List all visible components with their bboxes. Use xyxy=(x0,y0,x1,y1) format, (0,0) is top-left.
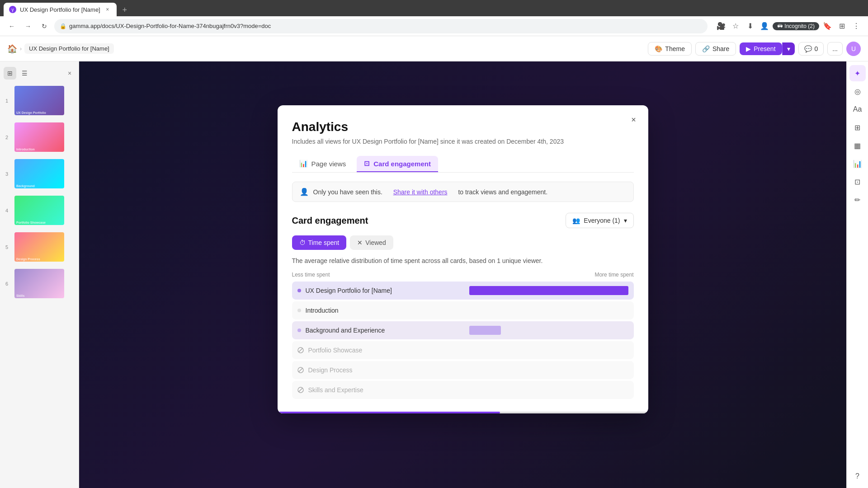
people-icon: 👥 xyxy=(572,217,580,224)
sidebar-close-button[interactable]: × xyxy=(64,68,75,79)
nav-icons: 🎥 ☆ ⬇ 👤 🕶 Incognito (2) 🔖 ⊞ ⋮ xyxy=(715,20,863,33)
engagement-icon: ⊡ xyxy=(364,160,370,168)
tab-bar: γ UX Design Portfolio for [Name] × + xyxy=(0,0,868,16)
card-bar-3 xyxy=(469,326,501,335)
card-name-5: Design Process xyxy=(308,366,628,374)
menu-icon[interactable]: ⋮ xyxy=(850,20,863,33)
modal-tabs: 📊 Page views ⊡ Card engagement xyxy=(292,156,634,173)
table-button[interactable]: ⊡ xyxy=(849,174,866,190)
camera-off-icon[interactable]: 🎥 xyxy=(715,20,727,33)
theme-button[interactable]: 🎨 Theme xyxy=(648,42,692,56)
card-row-1[interactable]: UX Design Portfolio for [Name] xyxy=(292,282,634,300)
bar-chart-icon: 📊 xyxy=(299,160,308,168)
new-tab-button[interactable]: + xyxy=(118,4,131,16)
download-icon[interactable]: ⬇ xyxy=(744,20,756,33)
analytics-modal: × Analytics Includes all views for UX De… xyxy=(278,105,648,413)
slide-item-3[interactable]: 3 Background xyxy=(4,156,75,191)
svg-line-1 xyxy=(299,348,302,352)
extensions-icon[interactable]: ⊞ xyxy=(835,20,848,33)
breadcrumb-current-page[interactable]: UX Design Portfolio for [Name] xyxy=(24,43,114,54)
share-link[interactable]: Share it with others xyxy=(393,188,448,195)
card-list: UX Design Portfolio for [Name] Introduct… xyxy=(292,282,634,399)
subtabs: ⏱ Time spent ✕ Viewed xyxy=(292,235,634,250)
card-bar-container-1 xyxy=(469,286,628,295)
everyone-dropdown[interactable]: 👥 Everyone (1) ▾ xyxy=(566,213,633,228)
incognito-badge: 🕶 Incognito (2) xyxy=(773,22,819,30)
card-dot-3 xyxy=(297,328,301,332)
list-view-button[interactable]: ☰ xyxy=(18,67,31,80)
notice-bar: 👤 Only you have seen this. Share it with… xyxy=(292,182,634,202)
share-button[interactable]: 🔗 Share xyxy=(695,42,736,56)
notice-text: Only you have seen this. xyxy=(313,188,382,195)
chart-button[interactable]: 📊 xyxy=(849,155,866,172)
layout-button[interactable]: ⊞ xyxy=(849,119,866,136)
less-time-label: Less time spent xyxy=(292,272,330,278)
slide-thumbnail-2: Introduction xyxy=(14,122,64,152)
help-button[interactable]: ? xyxy=(849,468,866,484)
card-row-2[interactable]: Introduction xyxy=(292,301,634,319)
sidebar-view-icons: ⊞ ☰ xyxy=(4,67,31,80)
theme-icon: 🎨 xyxy=(655,45,662,52)
slide-thumbnail-6: Skills xyxy=(14,269,64,298)
ai-button[interactable]: ✦ xyxy=(849,65,866,81)
breadcrumb: 🏠 › UX Design Portfolio for [Name] xyxy=(7,43,114,54)
tab-title: UX Design Portfolio for [Name] xyxy=(20,6,100,13)
card-dot-4 xyxy=(297,347,304,353)
modal-close-button[interactable]: × xyxy=(627,113,641,127)
forward-button[interactable]: → xyxy=(22,20,34,33)
slides-sidebar: ⊞ ☰ × 1 UX Design Portfolio 2 Introducti… xyxy=(0,61,79,488)
nav-bar: ← → ↻ 🔒 gamma.app/docs/UX-Design-Portfol… xyxy=(0,16,868,36)
card-name-3: Background and Experience xyxy=(306,327,465,334)
slide-item-6[interactable]: 6 Skills xyxy=(4,266,75,301)
card-bar-container-3 xyxy=(469,326,628,335)
more-button[interactable]: ... xyxy=(827,42,843,56)
card-row-4[interactable]: Portfolio Showcase xyxy=(292,341,634,359)
star-icon[interactable]: ☆ xyxy=(729,20,742,33)
subtab-viewed[interactable]: ✕ Viewed xyxy=(350,235,393,250)
svg-line-5 xyxy=(299,388,302,392)
back-button[interactable]: ← xyxy=(5,20,18,33)
sidebar-header: ⊞ ☰ × xyxy=(4,65,75,83)
slide-item-4[interactable]: 4 Portfolio Showcase xyxy=(4,193,75,228)
tab-card-engagement[interactable]: ⊡ Card engagement xyxy=(357,156,438,172)
slide-item-1[interactable]: 1 UX Design Portfolio xyxy=(4,83,75,118)
breadcrumb-separator: › xyxy=(20,46,22,52)
slide-thumbnail-1: UX Design Portfolio xyxy=(14,86,64,115)
card-row-3[interactable]: Background and Experience xyxy=(292,321,634,339)
home-icon[interactable]: 🏠 xyxy=(7,44,17,54)
profile-icon[interactable]: 👤 xyxy=(758,20,771,33)
eye-icon: ✕ xyxy=(357,239,363,246)
card-dot-2 xyxy=(297,309,301,312)
share-icon: 🔗 xyxy=(702,45,710,52)
tab-close-button[interactable]: × xyxy=(104,6,111,13)
bookmarks-icon[interactable]: 🔖 xyxy=(821,20,834,33)
active-tab[interactable]: γ UX Design Portfolio for [Name] × xyxy=(4,3,117,16)
card-row-6[interactable]: Skills and Expertise xyxy=(292,381,634,399)
toolbar-actions: 🎨 Theme 🔗 Share ▶ Present ▾ 💬 0 ... U xyxy=(648,42,861,56)
media-button[interactable]: ▦ xyxy=(849,137,866,154)
edit-button[interactable]: ✏ xyxy=(849,192,866,208)
card-name-1: UX Design Portfolio for [Name] xyxy=(306,287,465,294)
comment-icon: 💬 xyxy=(804,45,812,52)
time-labels: Less time spent More time spent xyxy=(292,272,634,278)
subtab-time-spent[interactable]: ⏱ Time spent xyxy=(292,235,347,250)
settings-button[interactable]: ◎ xyxy=(849,83,866,99)
slide-item-2[interactable]: 2 Introduction xyxy=(4,120,75,155)
user-avatar[interactable]: U xyxy=(846,42,861,56)
url-text: gamma.app/docs/UX-Design-Portfolio-for-N… xyxy=(69,23,271,29)
card-row-5[interactable]: Design Process xyxy=(292,361,634,379)
address-bar[interactable]: 🔒 gamma.app/docs/UX-Design-Portfolio-for… xyxy=(54,19,708,33)
right-sidebar: ✦ ◎ Aa ⊞ ▦ 📊 ⊡ ✏ ? xyxy=(846,61,868,488)
reload-button[interactable]: ↻ xyxy=(38,20,51,33)
text-button[interactable]: Aa xyxy=(849,101,866,117)
grid-view-button[interactable]: ⊞ xyxy=(4,67,16,80)
slide-item-5[interactable]: 5 Design Process xyxy=(4,230,75,264)
tab-page-views[interactable]: 📊 Page views xyxy=(292,156,354,172)
modal-title: Analytics xyxy=(292,120,634,134)
notice-suffix: to track views and engagement. xyxy=(458,188,547,195)
scroll-indicator xyxy=(278,412,648,413)
present-dropdown-button[interactable]: ▾ xyxy=(782,42,795,55)
present-button[interactable]: ▶ Present xyxy=(740,42,782,55)
comments-button[interactable]: 💬 0 xyxy=(798,42,824,56)
slide-thumbnail-3: Background xyxy=(14,159,64,188)
